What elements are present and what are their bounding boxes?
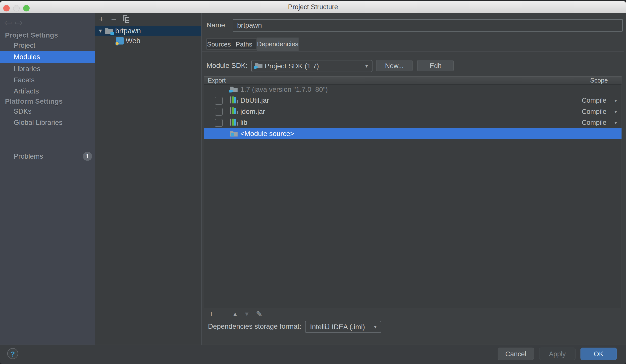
java-cup-icon bbox=[254, 65, 259, 69]
dependency-row-dbutil[interactable]: DbUtil.jar Compile ▼ bbox=[204, 95, 622, 106]
module-folder-icon bbox=[105, 27, 113, 34]
scope-value: Compile bbox=[582, 106, 606, 117]
add-module-button[interactable]: + bbox=[97, 14, 106, 24]
sidebar-item-sdks[interactable]: SDKs bbox=[0, 106, 95, 117]
library-icon bbox=[230, 96, 238, 104]
module-source-badge bbox=[231, 133, 234, 136]
scope-value: Compile bbox=[582, 117, 606, 128]
scope-dropdown[interactable]: Compile ▼ bbox=[582, 95, 618, 106]
new-sdk-button[interactable]: New... bbox=[376, 60, 413, 71]
tree-row-module[interactable]: ▼ brtpawn bbox=[95, 26, 201, 36]
scope-dropdown[interactable]: Compile ▼ bbox=[582, 106, 618, 118]
module-sdk-value: Project SDK (1.7) bbox=[265, 60, 319, 72]
dependency-label: DbUtil.jar bbox=[240, 95, 269, 106]
name-label: Name: bbox=[207, 19, 227, 31]
dependency-row-lib[interactable]: lib Compile ▼ bbox=[204, 117, 622, 128]
cancel-button[interactable]: Cancel bbox=[498, 348, 534, 360]
module-tree-panel: + − ▼ brtpawn bbox=[95, 13, 202, 345]
tab-paths[interactable]: Paths bbox=[231, 39, 257, 49]
edit-sdk-button[interactable]: Edit bbox=[417, 60, 454, 71]
storage-format-label: Dependencies storage format: bbox=[208, 321, 301, 332]
sidebar-item-project[interactable]: Project bbox=[0, 40, 95, 51]
sidebar-item-artifacts[interactable]: Artifacts bbox=[0, 86, 95, 97]
dependency-label: lib bbox=[240, 117, 247, 128]
copy-module-button[interactable] bbox=[122, 14, 131, 24]
sidebar-item-global-libraries[interactable]: Global Libraries bbox=[0, 117, 95, 128]
sidebar-item-problems[interactable]: Problems 1 bbox=[0, 151, 95, 162]
library-icon bbox=[230, 119, 238, 126]
tab-dependencies[interactable]: Dependencies bbox=[257, 38, 299, 51]
sdk-icon bbox=[230, 86, 238, 92]
sidebar-item-facets[interactable]: Facets bbox=[0, 74, 95, 86]
module-sdk-combobox[interactable]: Project SDK (1.7) ▼ bbox=[251, 60, 372, 72]
back-arrow-icon[interactable]: ⇦ bbox=[4, 18, 12, 27]
dependency-label: <Module source> bbox=[240, 128, 294, 139]
sidebar-item-libraries[interactable]: Libraries bbox=[0, 63, 95, 75]
dependency-label: 1.7 (java version "1.7.0_80") bbox=[240, 84, 328, 95]
chevron-down-icon: ▼ bbox=[614, 118, 618, 129]
forward-arrow-icon[interactable]: ⇨ bbox=[15, 18, 23, 27]
remove-dependency-button[interactable]: − bbox=[218, 309, 228, 319]
scope-dropdown[interactable]: Compile ▼ bbox=[582, 117, 618, 129]
screen: Project Structure ⇦ ⇨ Project Settings P… bbox=[0, 0, 626, 364]
dependencies-table: Export Scope 1.7 (java version "1.7.0_80… bbox=[204, 76, 622, 308]
column-separator[interactable] bbox=[232, 77, 232, 84]
apply-button[interactable]: Apply bbox=[539, 348, 575, 360]
tab-sources[interactable]: Sources bbox=[207, 39, 231, 49]
export-checkbox[interactable] bbox=[215, 97, 223, 105]
tree-module-label: brtpawn bbox=[115, 26, 141, 36]
move-up-button[interactable]: ▲ bbox=[230, 309, 240, 319]
window-title: Project Structure bbox=[0, 1, 626, 13]
dependency-row-module-source[interactable]: <Module source> bbox=[204, 128, 622, 139]
storage-format-combobox[interactable]: IntelliJ IDEA (.iml) ▼ bbox=[305, 321, 381, 333]
export-checkbox[interactable] bbox=[215, 119, 223, 127]
collapse-arrow-icon[interactable]: ▼ bbox=[98, 26, 103, 36]
tree-row-web-facet[interactable]: Web bbox=[95, 36, 201, 46]
help-button[interactable]: ? bbox=[7, 348, 18, 359]
dependency-label: jdom.jar bbox=[240, 106, 265, 117]
module-badge bbox=[110, 32, 114, 35]
module-editor-panel: Name: brtpawn Sources Paths Dependencies… bbox=[202, 13, 626, 345]
bottom-separator bbox=[202, 320, 624, 320]
web-facet-icon bbox=[116, 37, 124, 45]
chevron-down-icon[interactable]: ▼ bbox=[370, 321, 381, 332]
chevron-down-icon[interactable]: ▼ bbox=[361, 60, 372, 72]
edit-dependency-button[interactable]: ✎ bbox=[254, 309, 264, 319]
tree-web-label: Web bbox=[126, 36, 140, 46]
globe-icon bbox=[115, 42, 119, 46]
dependency-row-jdom[interactable]: jdom.jar Compile ▼ bbox=[204, 106, 622, 117]
dialog-footer: ? Cancel Apply OK bbox=[0, 345, 626, 364]
project-structure-dialog: Project Structure ⇦ ⇨ Project Settings P… bbox=[0, 1, 626, 364]
sidebar-item-modules[interactable]: Modules bbox=[0, 51, 95, 63]
title-bar[interactable]: Project Structure bbox=[0, 1, 626, 13]
export-checkbox[interactable] bbox=[215, 108, 223, 116]
add-dependency-button[interactable]: + bbox=[206, 309, 216, 319]
scope-column-header: Scope bbox=[590, 77, 608, 84]
move-down-button[interactable]: ▼ bbox=[242, 309, 252, 319]
module-name-input[interactable]: brtpawn bbox=[233, 19, 623, 32]
dependencies-table-header: Export Scope bbox=[204, 76, 622, 85]
section-header-project-settings: Project Settings bbox=[0, 30, 95, 41]
problems-label: Problems bbox=[0, 151, 95, 162]
export-column-header: Export bbox=[208, 77, 226, 84]
settings-sidebar: ⇦ ⇨ Project Settings Project Modules Lib… bbox=[0, 13, 95, 345]
problems-count-badge: 1 bbox=[83, 152, 92, 161]
remove-module-button[interactable]: − bbox=[109, 14, 118, 24]
dependency-row-sdk[interactable]: 1.7 (java version "1.7.0_80") bbox=[204, 84, 622, 95]
ok-button[interactable]: OK bbox=[580, 348, 617, 360]
column-separator[interactable] bbox=[581, 77, 581, 84]
chevron-down-icon: ▼ bbox=[614, 106, 618, 118]
copy-icon bbox=[122, 14, 130, 23]
storage-format-value: IntelliJ IDEA (.iml) bbox=[310, 321, 365, 332]
sidebar-divider bbox=[2, 133, 93, 133]
chevron-down-icon: ▼ bbox=[614, 95, 618, 106]
module-source-folder-icon bbox=[230, 130, 238, 137]
module-sdk-label: Module SDK: bbox=[207, 60, 248, 71]
sdk-icon bbox=[255, 62, 263, 69]
library-icon bbox=[230, 107, 238, 115]
scope-value: Compile bbox=[582, 95, 606, 106]
